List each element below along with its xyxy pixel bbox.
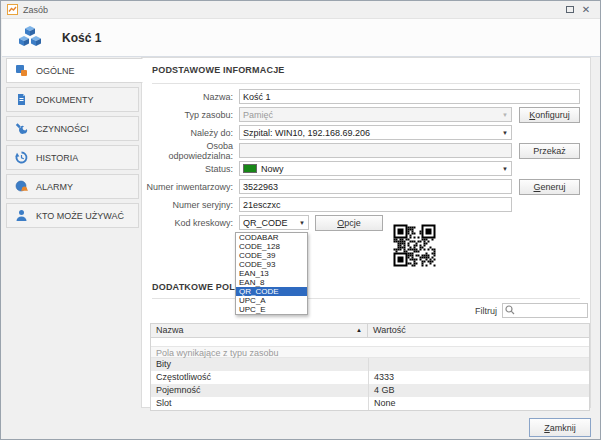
status-color-swatch bbox=[243, 164, 257, 173]
filter-row: Filtruj bbox=[475, 303, 588, 318]
kod-kreskowy-value: QR_CODE bbox=[243, 218, 288, 228]
table-row[interactable]: Slot None bbox=[151, 397, 589, 410]
status-value: Nowy bbox=[261, 164, 284, 174]
dropdown-option[interactable]: UPC_E bbox=[236, 305, 307, 314]
table-group-row: Pola wynikające z typu zasobu bbox=[151, 346, 589, 358]
main-panel: PODSTAWOWE INFORMACJE Nazwa: Typ zasobu:… bbox=[141, 57, 591, 408]
sidebar-item-label: KTO MOŻE UŻYWAĆ bbox=[36, 211, 124, 221]
filter-label: Filtruj bbox=[475, 306, 497, 316]
table-spacer bbox=[151, 338, 589, 346]
osoba-input bbox=[239, 143, 512, 158]
sidebar-item-label: HISTORIA bbox=[36, 153, 78, 163]
search-icon bbox=[505, 305, 515, 315]
form-row-numer-inwentarzowy: Numer inwentarzowy: Generuj bbox=[142, 179, 592, 194]
divider bbox=[152, 83, 580, 84]
divider bbox=[152, 298, 580, 299]
status-label: Status: bbox=[142, 164, 239, 174]
nazwa-input[interactable] bbox=[239, 89, 580, 104]
window-title: Zasób bbox=[23, 5, 562, 15]
sidebar-item-czynnosci[interactable]: CZYNNOŚCI bbox=[6, 116, 139, 141]
nalezy-do-value: Szpital: WIN10, 192.168.69.206 bbox=[243, 128, 370, 138]
zamknij-button[interactable]: Zamknij bbox=[529, 418, 591, 437]
alarm-bell-icon bbox=[15, 180, 28, 193]
dropdown-option[interactable]: EAN_13 bbox=[236, 269, 307, 278]
table-row[interactable]: Częstotliwość 4333 bbox=[151, 371, 589, 384]
numer-inwentarzowy-input[interactable] bbox=[239, 179, 512, 194]
nalezy-do-select[interactable]: Szpital: WIN10, 192.168.69.206 ▼ bbox=[239, 125, 512, 140]
form-row-nalezy-do: Należy do: Szpital: WIN10, 192.168.69.20… bbox=[142, 125, 592, 140]
form-row-numer-seryjny: Numer seryjny: bbox=[142, 197, 592, 212]
history-icon bbox=[15, 151, 28, 164]
form-row-kod-kreskowy: Kod kreskowy: QR_CODE ▼ Opcje bbox=[142, 215, 592, 230]
cubes-icon bbox=[16, 25, 44, 51]
konfiguruj-button[interactable]: Konfiguruj bbox=[519, 107, 580, 123]
sidebar-item-alarmy[interactable]: ALARMY bbox=[6, 174, 139, 199]
section-title-additional-fields: DODATKOWE POLA bbox=[152, 282, 242, 292]
dropdown-option[interactable]: EAN_8 bbox=[236, 278, 307, 287]
document-icon bbox=[15, 93, 28, 106]
osoba-label: Osoba odpowiedzialna: bbox=[142, 141, 239, 161]
numer-inwentarzowy-label: Numer inwentarzowy: bbox=[142, 182, 239, 192]
opcje-button[interactable]: Opcje bbox=[315, 215, 383, 231]
qr-code-image bbox=[393, 224, 436, 267]
nazwa-label: Nazwa: bbox=[142, 92, 239, 102]
kod-kreskowy-label: Kod kreskowy: bbox=[142, 218, 239, 228]
chevron-down-icon: ▼ bbox=[502, 112, 508, 118]
form-row-osoba: Osoba odpowiedzialna: Przekaż bbox=[142, 143, 592, 158]
typ-zasobu-select: Pamięć ▼ bbox=[239, 107, 512, 122]
form-row-nazwa: Nazwa: bbox=[142, 89, 592, 104]
sidebar-item-historia[interactable]: HISTORIA bbox=[6, 145, 139, 170]
numer-seryjny-label: Numer seryjny: bbox=[142, 200, 239, 210]
typ-zasobu-label: Typ zasobu: bbox=[142, 110, 239, 120]
app-chart-icon bbox=[7, 4, 18, 15]
form-row-status: Status: Nowy ▼ bbox=[142, 161, 592, 176]
table-header: Nazwa ▲ Wartość bbox=[151, 324, 589, 338]
chevron-down-icon: ▼ bbox=[502, 166, 508, 172]
sidebar-item-label: ALARMY bbox=[36, 182, 73, 192]
sidebar-item-dokumenty[interactable]: DOKUMENTY bbox=[6, 87, 139, 112]
numer-seryjny-input[interactable] bbox=[239, 197, 512, 212]
sidebar-item-kto-moze-uzywac[interactable]: KTO MOŻE UŻYWAĆ bbox=[6, 203, 139, 228]
chevron-down-icon: ▼ bbox=[299, 220, 305, 226]
sidebar: OGÓLNE DOKUMENTY CZYNNOŚCI HISTORIA bbox=[6, 58, 139, 232]
overlap-squares-icon bbox=[15, 64, 28, 77]
resource-header: Kość 1 bbox=[2, 19, 601, 57]
person-icon bbox=[15, 209, 28, 222]
resource-window: Zasób ✕ Kość 1 OGÓL bbox=[0, 0, 601, 440]
przekaz-button[interactable]: Przekaż bbox=[519, 143, 580, 159]
sort-ascending-icon: ▲ bbox=[356, 324, 362, 337]
dropdown-option[interactable]: UPC_A bbox=[236, 296, 307, 305]
page-title: Kość 1 bbox=[62, 31, 101, 45]
maximize-button[interactable] bbox=[562, 3, 578, 17]
table-row[interactable]: Pojemność 4 GB bbox=[151, 384, 589, 397]
status-select[interactable]: Nowy ▼ bbox=[239, 161, 512, 176]
close-icon[interactable]: ✕ bbox=[578, 3, 594, 17]
wrench-icon bbox=[15, 122, 28, 135]
chevron-down-icon: ▼ bbox=[502, 130, 508, 136]
title-bar: Zasób ✕ bbox=[1, 1, 600, 19]
additional-fields-table: Nazwa ▲ Wartość Pola wynikające z typu z… bbox=[150, 323, 590, 411]
section-title-basic-info: PODSTAWOWE INFORMACJE bbox=[152, 65, 285, 75]
form-row-typ-zasobu: Typ zasobu: Pamięć ▼ Konfiguruj bbox=[142, 107, 592, 122]
nalezy-do-label: Należy do: bbox=[142, 128, 239, 138]
barcode-type-dropdown: CODABAR CODE_128 CODE_39 CODE_93 EAN_13 … bbox=[235, 232, 308, 315]
sidebar-item-ogolne[interactable]: OGÓLNE bbox=[6, 58, 143, 83]
column-header-wartosc[interactable]: Wartość bbox=[368, 324, 589, 337]
typ-zasobu-value: Pamięć bbox=[243, 110, 273, 120]
dropdown-option-selected[interactable]: QR_CODE bbox=[236, 287, 307, 296]
generuj-button[interactable]: Generuj bbox=[519, 179, 580, 195]
dropdown-option[interactable]: CODABAR bbox=[236, 233, 307, 242]
sidebar-item-label: OGÓLNE bbox=[36, 66, 75, 76]
table-row[interactable]: Bity bbox=[151, 358, 589, 371]
dropdown-option[interactable]: CODE_128 bbox=[236, 242, 307, 251]
sidebar-item-label: CZYNNOŚCI bbox=[36, 124, 89, 134]
dropdown-option[interactable]: CODE_93 bbox=[236, 260, 307, 269]
basic-info-form: Nazwa: Typ zasobu: Pamięć ▼ Konfiguruj N… bbox=[142, 89, 592, 233]
filter-search bbox=[502, 303, 588, 318]
dropdown-option[interactable]: CODE_39 bbox=[236, 251, 307, 260]
column-header-nazwa[interactable]: Nazwa ▲ bbox=[151, 324, 368, 337]
sidebar-item-label: DOKUMENTY bbox=[36, 95, 94, 105]
kod-kreskowy-select[interactable]: QR_CODE ▼ bbox=[239, 215, 309, 230]
